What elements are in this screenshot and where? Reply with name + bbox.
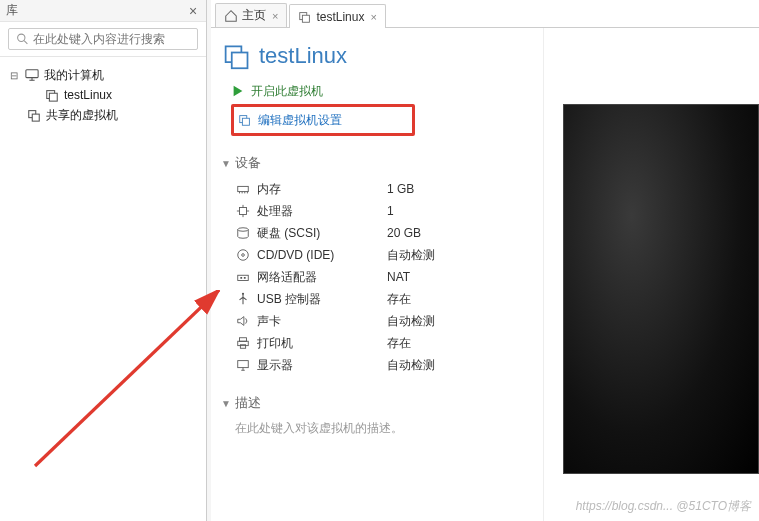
device-value: 1 xyxy=(387,204,394,218)
svg-rect-29 xyxy=(240,277,242,279)
svg-rect-30 xyxy=(244,277,246,279)
device-value: 存在 xyxy=(387,335,411,352)
tree-node-my-computer[interactable]: ⊟ 我的计算机 xyxy=(0,65,206,85)
device-value: 1 GB xyxy=(387,182,414,196)
svg-point-26 xyxy=(238,250,249,261)
tree-label: 共享的虚拟机 xyxy=(46,107,118,124)
device-row[interactable]: USB 控制器存在 xyxy=(235,288,543,310)
device-value: 存在 xyxy=(387,291,411,308)
tab-close-icon[interactable]: × xyxy=(272,10,278,22)
computer-icon xyxy=(24,67,40,83)
devices-section: ▼ 设备 内存1 GB处理器1硬盘 (SCSI)20 GBCD/DVD (IDE… xyxy=(221,154,543,376)
sidebar-header: 库 × xyxy=(0,0,206,22)
main-area: 主页 × testLinux × testLinux 开启此虚拟机 xyxy=(211,0,759,521)
device-name: 打印机 xyxy=(257,335,387,352)
svg-rect-10 xyxy=(303,15,310,22)
svg-rect-35 xyxy=(238,361,249,368)
tab-testlinux[interactable]: testLinux × xyxy=(289,4,385,28)
play-icon xyxy=(231,84,245,98)
shared-vm-icon xyxy=(26,107,42,123)
home-icon xyxy=(224,9,238,23)
device-row[interactable]: 硬盘 (SCSI)20 GB xyxy=(235,222,543,244)
usb-icon xyxy=(235,291,251,307)
vm-large-icon xyxy=(223,42,251,70)
chevron-down-icon: ▼ xyxy=(221,158,231,169)
edit-vm-settings-link[interactable]: 编辑虚拟机设置 xyxy=(238,109,342,131)
settings-icon xyxy=(238,113,252,127)
device-value: 自动检测 xyxy=(387,357,435,374)
memory-icon xyxy=(235,181,251,197)
svg-rect-15 xyxy=(238,186,249,191)
action-label: 开启此虚拟机 xyxy=(251,83,323,100)
sidebar-search xyxy=(0,22,206,57)
device-row[interactable]: 网络适配器NAT xyxy=(235,266,543,288)
device-value: 20 GB xyxy=(387,226,421,240)
device-name: 声卡 xyxy=(257,313,387,330)
vm-summary-left: testLinux 开启此虚拟机 编辑虚拟机设置 xyxy=(211,28,543,521)
device-name: CD/DVD (IDE) xyxy=(257,248,387,262)
svg-point-31 xyxy=(242,293,244,295)
device-value: NAT xyxy=(387,270,410,284)
svg-rect-6 xyxy=(49,93,57,101)
devices-table: 内存1 GB处理器1硬盘 (SCSI)20 GBCD/DVD (IDE)自动检测… xyxy=(235,178,543,376)
svg-line-1 xyxy=(24,41,27,44)
disk-icon xyxy=(235,225,251,241)
section-title: 描述 xyxy=(235,394,261,412)
cd-icon xyxy=(235,247,251,263)
svg-rect-8 xyxy=(32,114,39,121)
search-icon xyxy=(16,33,29,46)
network-icon xyxy=(235,269,251,285)
device-name: 网络适配器 xyxy=(257,269,387,286)
power-on-vm-link[interactable]: 开启此虚拟机 xyxy=(231,80,543,102)
device-name: USB 控制器 xyxy=(257,291,387,308)
device-name: 显示器 xyxy=(257,357,387,374)
tab-close-icon[interactable]: × xyxy=(370,11,376,23)
svg-rect-12 xyxy=(232,53,248,69)
library-sidebar: 库 × ⊟ 我的计算机 testLinux 共享的虚拟机 xyxy=(0,0,207,521)
description-placeholder[interactable]: 在此处键入对该虚拟机的描述。 xyxy=(235,420,543,437)
vm-summary-content: testLinux 开启此虚拟机 编辑虚拟机设置 xyxy=(211,28,759,521)
search-input[interactable] xyxy=(8,28,198,50)
device-row[interactable]: 声卡自动检测 xyxy=(235,310,543,332)
tree-label: testLinux xyxy=(64,88,112,102)
chevron-down-icon: ▼ xyxy=(221,398,231,409)
svg-rect-2 xyxy=(26,70,38,78)
device-row[interactable]: 处理器1 xyxy=(235,200,543,222)
svg-rect-20 xyxy=(240,208,247,215)
device-row[interactable]: CD/DVD (IDE)自动检测 xyxy=(235,244,543,266)
watermark-text: https://blog.csdn... @51CTO博客 xyxy=(576,498,751,515)
vm-screen-preview[interactable] xyxy=(563,104,759,474)
vm-title-row: testLinux xyxy=(223,42,543,70)
description-header[interactable]: ▼ 描述 xyxy=(221,394,543,412)
svg-point-25 xyxy=(238,228,249,232)
tab-label: 主页 xyxy=(242,7,266,24)
device-row[interactable]: 显示器自动检测 xyxy=(235,354,543,376)
tree-node-shared-vms[interactable]: 共享的虚拟机 xyxy=(0,105,206,125)
vm-icon xyxy=(44,87,60,103)
device-value: 自动检测 xyxy=(387,247,435,264)
tab-home[interactable]: 主页 × xyxy=(215,3,287,27)
sidebar-close-button[interactable]: × xyxy=(186,4,200,18)
edit-settings-highlight-box: 编辑虚拟机设置 xyxy=(231,104,415,136)
device-value: 自动检测 xyxy=(387,313,435,330)
cpu-icon xyxy=(235,203,251,219)
svg-point-0 xyxy=(18,34,25,41)
device-row[interactable]: 内存1 GB xyxy=(235,178,543,200)
svg-point-27 xyxy=(242,254,245,257)
description-section: ▼ 描述 在此处键入对该虚拟机的描述。 xyxy=(221,394,543,437)
device-name: 内存 xyxy=(257,181,387,198)
vm-summary-right xyxy=(543,28,759,521)
devices-header[interactable]: ▼ 设备 xyxy=(221,154,543,172)
action-label: 编辑虚拟机设置 xyxy=(258,112,342,129)
svg-rect-28 xyxy=(238,275,249,280)
device-row[interactable]: 打印机存在 xyxy=(235,332,543,354)
vm-icon xyxy=(298,10,312,24)
library-tree: ⊟ 我的计算机 testLinux 共享的虚拟机 xyxy=(0,57,206,521)
svg-rect-32 xyxy=(240,338,247,342)
expand-toggle-icon[interactable]: ⊟ xyxy=(8,70,20,81)
tree-node-vm-testlinux[interactable]: testLinux xyxy=(0,85,206,105)
vm-title: testLinux xyxy=(259,43,347,69)
device-name: 硬盘 (SCSI) xyxy=(257,225,387,242)
vm-actions: 开启此虚拟机 编辑虚拟机设置 xyxy=(231,80,543,136)
tab-bar: 主页 × testLinux × xyxy=(211,0,759,28)
